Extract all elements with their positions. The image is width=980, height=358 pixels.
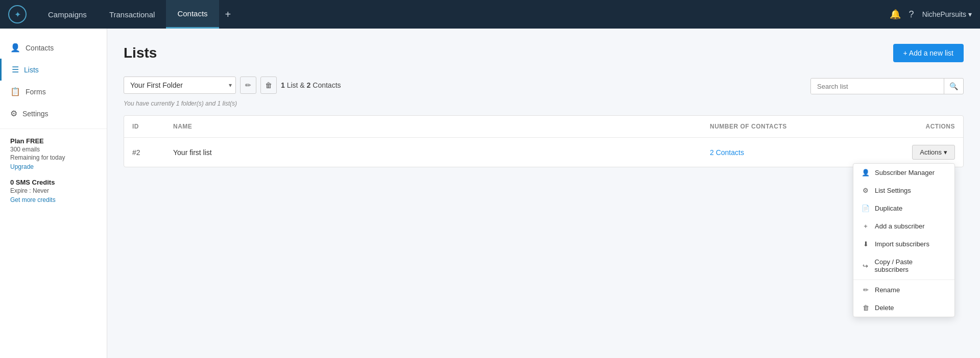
folder-select[interactable]: Your First Folder <box>124 76 236 94</box>
help-icon[interactable]: ? <box>909 9 914 20</box>
settings-icon: ⚙ <box>10 109 17 118</box>
app-logo: ✦ <box>8 5 27 23</box>
lists-table: ID NAME NUMBER OF CONTACTS ACTIONS #2 Yo… <box>124 115 964 167</box>
sidebar-label-lists: Lists <box>24 66 39 74</box>
dropdown-import-subscribers[interactable]: ⬇ Import subscribers <box>853 235 954 253</box>
top-navigation: ✦ Campaigns Transactional Contacts + 🔔 ?… <box>0 0 980 29</box>
table-row: #2 Your first list 2 Contacts Actions ▾ … <box>124 138 963 167</box>
add-new-list-button[interactable]: + Add a new list <box>893 44 964 62</box>
list-count: 1 <box>281 81 285 89</box>
contacts-link[interactable]: 2 Contacts <box>710 148 744 157</box>
import-subscribers-icon: ⬇ <box>862 240 870 248</box>
sidebar-label-forms: Forms <box>26 88 46 96</box>
forms-icon: 📋 <box>10 87 20 96</box>
sidebar-item-forms[interactable]: 📋 Forms <box>0 81 107 103</box>
folder-subtext: You have currently 1 folder(s) and 1 lis… <box>124 100 964 107</box>
sidebar-plan: Plan FREE 300 emails Remaining for today… <box>0 129 107 212</box>
plan-remaining: Remaining for today <box>10 154 97 161</box>
dropdown-label-import-subscribers: Import subscribers <box>875 240 929 248</box>
col-contacts: NUMBER OF CONTACTS <box>710 123 853 130</box>
folder-edit-button[interactable]: ✏ <box>240 76 256 94</box>
sidebar-label-contacts: Contacts <box>26 44 54 52</box>
copy-paste-icon: ↪ <box>862 262 870 270</box>
contact-count: 2 <box>307 81 311 89</box>
row-contacts: 2 Contacts <box>710 148 853 157</box>
row-name: Your first list <box>173 148 710 157</box>
plan-title: Plan FREE <box>10 137 97 145</box>
dropdown-copy-paste[interactable]: ↪ Copy / Paste subscribers <box>853 253 954 278</box>
folder-actions-row: Your First Folder ▾ ✏ 🗑 1 List & 2 Conta… <box>124 76 964 96</box>
sidebar-label-settings: Settings <box>22 110 49 118</box>
nav-links: Campaigns Transactional Contacts + <box>37 0 237 29</box>
subscriber-manager-icon: 👤 <box>862 169 870 176</box>
delete-icon: 🗑 <box>862 304 870 312</box>
dropdown-label-rename: Rename <box>875 286 900 294</box>
dropdown-list-settings[interactable]: ⚙ List Settings <box>853 182 954 199</box>
actions-label: Actions <box>920 148 942 156</box>
rename-icon: ✏ <box>862 286 870 294</box>
actions-button[interactable]: Actions ▾ <box>912 145 955 160</box>
dropdown-rename[interactable]: ✏ Rename <box>853 281 954 299</box>
dropdown-add-subscriber[interactable]: + Add a subscriber <box>853 217 954 235</box>
nav-transactional[interactable]: Transactional <box>98 0 166 29</box>
dropdown-label-copy-paste: Copy / Paste subscribers <box>875 258 946 273</box>
user-menu[interactable]: NichePursuits ▾ <box>922 10 972 18</box>
dropdown-label-list-settings: List Settings <box>875 187 911 194</box>
sidebar-item-settings[interactable]: ⚙ Settings <box>0 103 107 124</box>
main-layout: 👤 Contacts ☰ Lists 📋 Forms ⚙ Settings Pl… <box>0 29 980 358</box>
folder-info: 1 List & 2 Contacts <box>281 81 341 89</box>
plan-emails: 300 emails <box>10 146 97 153</box>
list-settings-icon: ⚙ <box>862 187 870 194</box>
dropdown-delete[interactable]: 🗑 Delete <box>853 299 954 317</box>
col-actions: ACTIONS <box>853 123 955 130</box>
search-button[interactable]: 🔍 <box>944 79 963 94</box>
row-id: #2 <box>132 148 173 157</box>
dropdown-divider <box>853 279 954 280</box>
get-more-credits-link[interactable]: Get more credits <box>10 196 97 203</box>
sidebar-item-lists[interactable]: ☰ Lists <box>0 59 107 81</box>
plan-expire: Expire : Never <box>10 187 97 194</box>
dropdown-label-delete: Delete <box>875 304 894 312</box>
duplicate-icon: 📄 <box>862 204 870 212</box>
dropdown-subscriber-manager[interactable]: 👤 Subscriber Manager <box>853 164 954 182</box>
dropdown-label-duplicate: Duplicate <box>875 204 902 212</box>
actions-cell: Actions ▾ 👤 Subscriber Manager ⚙ List Se… <box>853 145 955 160</box>
main-content: Lists + Add a new list Your First Folder… <box>107 29 980 358</box>
table-header: ID NAME NUMBER OF CONTACTS ACTIONS <box>124 116 963 138</box>
dropdown-label-add-subscriber: Add a subscriber <box>875 222 925 230</box>
page-title: Lists <box>124 45 157 61</box>
nav-campaigns[interactable]: Campaigns <box>37 0 98 29</box>
user-chevron-icon: ▾ <box>968 10 972 18</box>
user-name: NichePursuits <box>922 10 966 18</box>
nav-right-icons: 🔔 ? NichePursuits ▾ <box>890 9 972 20</box>
actions-dropdown: 👤 Subscriber Manager ⚙ List Settings 📄 D… <box>853 163 955 317</box>
plan-sms: 0 SMS Credits <box>10 178 97 186</box>
contacts-icon: 👤 <box>10 43 20 53</box>
dropdown-duplicate[interactable]: 📄 Duplicate <box>853 199 954 217</box>
actions-chevron-icon: ▾ <box>944 148 947 156</box>
contact-label: Contacts <box>313 81 341 89</box>
sidebar: 👤 Contacts ☰ Lists 📋 Forms ⚙ Settings Pl… <box>0 29 107 358</box>
search-wrap: 🔍 <box>810 78 964 94</box>
folder-select-wrap: Your First Folder ▾ <box>124 76 236 94</box>
sidebar-item-contacts[interactable]: 👤 Contacts <box>0 37 107 59</box>
folder-bar: Your First Folder ▾ ✏ 🗑 1 List & 2 Conta… <box>124 76 341 94</box>
col-id: ID <box>132 123 173 130</box>
nav-contacts[interactable]: Contacts <box>166 0 219 29</box>
nav-plus-button[interactable]: + <box>219 0 237 29</box>
bell-icon[interactable]: 🔔 <box>890 9 901 20</box>
add-subscriber-icon: + <box>862 222 870 230</box>
lists-icon: ☰ <box>12 65 19 74</box>
dropdown-label-subscriber-manager: Subscriber Manager <box>875 169 935 176</box>
page-header: Lists + Add a new list <box>124 44 964 62</box>
search-input[interactable] <box>811 79 944 94</box>
plan-upgrade-link[interactable]: Upgrade <box>10 163 97 170</box>
col-name: NAME <box>173 123 710 130</box>
folder-delete-button[interactable]: 🗑 <box>260 76 277 94</box>
